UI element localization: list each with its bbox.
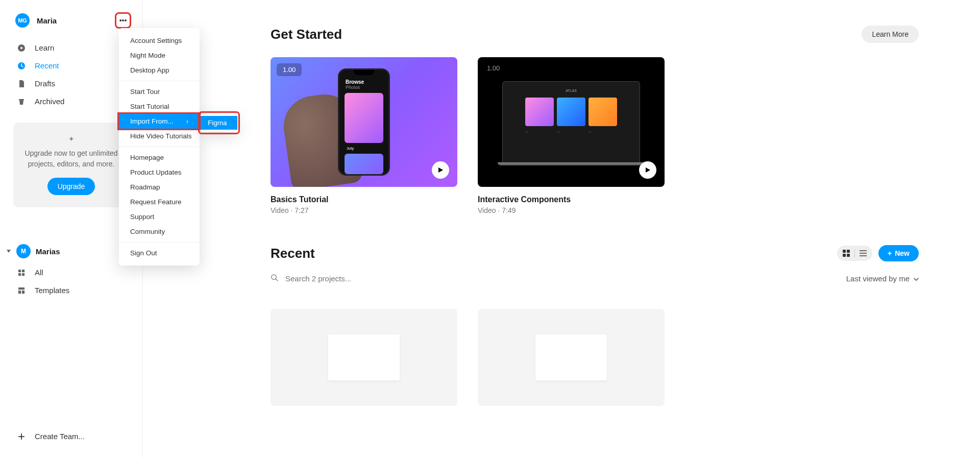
duration-badge: 1.00 (487, 64, 500, 72)
chevron-down-icon (914, 274, 919, 283)
import-submenu: Figma (201, 114, 237, 132)
nav-label: All (35, 268, 43, 277)
svg-rect-4 (22, 269, 24, 272)
laptop-title: ATLAS (508, 89, 634, 92)
plus-icon: + (888, 249, 892, 257)
dd-request-feature[interactable]: Request Feature (119, 195, 200, 209)
tutorial-thumbnail: ATLAS ——— 1.00 (478, 57, 665, 187)
search-row: Last viewed by me (271, 274, 919, 283)
phone-graphic: BrowsePhotos July (338, 68, 390, 176)
dd-community[interactable]: Community (119, 224, 200, 239)
phone-heading: Browse (346, 79, 364, 85)
recent-project-card[interactable] (271, 309, 457, 406)
phone-subheading: Photos (346, 85, 360, 90)
card-meta: Video · 7:49 (478, 206, 665, 214)
upgrade-box: ✦ Upgrade now to get unlimited projects,… (13, 123, 129, 207)
dd-start-tour[interactable]: Start Tour (119, 84, 200, 99)
card-title: Interactive Components (478, 195, 665, 204)
card-title: Basics Tutorial (271, 195, 457, 204)
new-button[interactable]: + New (878, 245, 919, 261)
svg-rect-13 (847, 254, 850, 257)
svg-rect-6 (22, 273, 24, 275)
trash-icon (17, 98, 26, 106)
grid-icon (843, 250, 850, 257)
svg-rect-7 (18, 287, 24, 289)
dd-support[interactable]: Support (119, 209, 200, 224)
tutorial-thumbnail: BrowsePhotos July 1.00 (271, 57, 457, 187)
create-team-button[interactable]: Create Team... (0, 425, 142, 448)
chevron-down-icon (6, 249, 11, 254)
list-icon (860, 250, 867, 257)
nav-label: Learn (35, 43, 54, 52)
svg-rect-3 (18, 269, 21, 272)
svg-rect-15 (860, 253, 867, 254)
recent-title: Recent (271, 246, 315, 261)
nav-label: Recent (35, 61, 59, 70)
nav-label: Archived (35, 97, 64, 106)
team-name: Marias (36, 247, 113, 256)
recent-cards (271, 309, 919, 406)
duration-badge: 1.00 (277, 63, 302, 76)
chevron-right-icon: › (186, 118, 188, 125)
upgrade-text: Upgrade now to get unlimited projects, e… (22, 148, 120, 170)
sparkle-icon: ✦ (22, 135, 120, 143)
tutorial-card-interactive[interactable]: ATLAS ——— 1.00 Interactive Comp (478, 57, 665, 214)
dd-roadmap[interactable]: Roadmap (119, 180, 200, 195)
svg-rect-16 (860, 255, 867, 256)
svg-rect-12 (843, 254, 846, 257)
team-nav-all[interactable]: All (0, 263, 142, 281)
grid-view-button[interactable] (839, 248, 853, 259)
learn-more-button[interactable]: Learn More (862, 26, 919, 43)
dd-hide-video[interactable]: Hide Video Tutorials (119, 129, 200, 143)
file-icon (17, 80, 26, 88)
team-avatar: M (16, 244, 31, 258)
sort-label: Last viewed by me (846, 274, 910, 283)
sort-dropdown[interactable]: Last viewed by me (846, 274, 919, 283)
nav-label: Drafts (35, 79, 55, 88)
user-avatar[interactable]: MG (15, 13, 30, 28)
laptop-graphic: ATLAS ——— (502, 81, 640, 163)
svg-rect-8 (18, 291, 21, 294)
svg-rect-10 (843, 250, 846, 253)
plus-icon (17, 432, 26, 441)
grid-icon (17, 269, 26, 277)
dd-product-updates[interactable]: Product Updates (119, 165, 200, 180)
get-started-header: Get Started Learn More (271, 26, 919, 43)
sidebar: MG Maria ••• Learn Recent (0, 0, 143, 458)
project-thumbnail (328, 334, 400, 380)
upgrade-button[interactable]: Upgrade (47, 178, 95, 195)
svg-rect-9 (22, 291, 24, 294)
more-button[interactable]: ••• (116, 13, 130, 28)
search-input[interactable] (285, 274, 438, 283)
clock-icon (17, 62, 26, 70)
recent-project-card[interactable] (478, 309, 665, 406)
create-team-label: Create Team... (35, 432, 85, 441)
tutorial-cards: BrowsePhotos July 1.00 Basics Tutorial V… (271, 57, 919, 214)
list-view-button[interactable] (856, 248, 870, 259)
main-content: Get Started Learn More BrowsePhotos July… (143, 0, 980, 458)
nav-label: Templates (35, 286, 69, 295)
dd-homepage[interactable]: Homepage (119, 150, 200, 165)
svg-rect-5 (18, 273, 21, 275)
dd-import-label: Import From... (130, 117, 174, 125)
view-toggle (837, 246, 872, 261)
svg-rect-2 (19, 99, 24, 100)
play-button[interactable] (432, 161, 449, 179)
card-meta: Video · 7:27 (271, 206, 457, 214)
dd-account-settings[interactable]: Account Settings (119, 33, 200, 48)
svg-rect-11 (847, 250, 850, 253)
dd-sign-out[interactable]: Sign Out (119, 246, 200, 260)
team-nav-templates[interactable]: Templates (0, 281, 142, 299)
play-icon (645, 167, 651, 173)
tutorial-card-basics[interactable]: BrowsePhotos July 1.00 Basics Tutorial V… (271, 57, 457, 214)
templates-icon (17, 286, 26, 295)
dd-import-from[interactable]: Import From... › (119, 114, 200, 129)
dd-desktop-app[interactable]: Desktop App (119, 63, 200, 78)
svg-rect-14 (860, 250, 867, 251)
dd-start-tutorial[interactable]: Start Tutorial (119, 99, 200, 114)
play-button[interactable] (639, 161, 656, 179)
recent-header: Recent + New (271, 245, 919, 261)
dd-import-figma[interactable]: Figma (201, 116, 237, 130)
new-label: New (895, 249, 910, 257)
dd-night-mode[interactable]: Night Mode (119, 48, 200, 63)
